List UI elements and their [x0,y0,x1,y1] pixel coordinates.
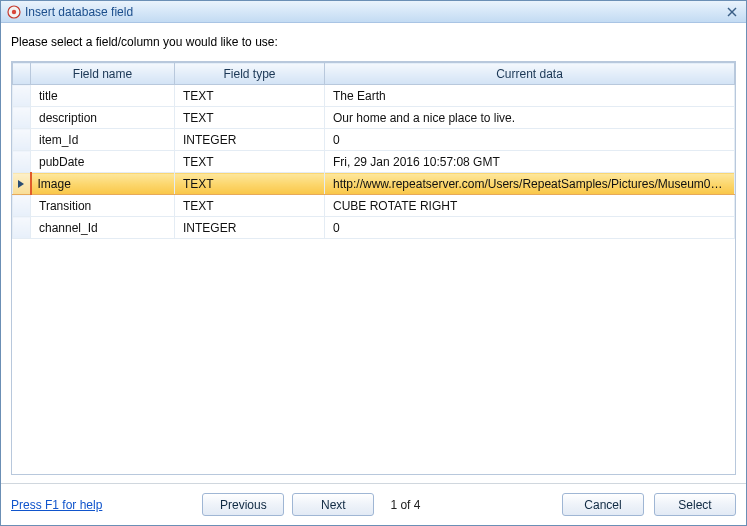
table-row[interactable]: item_IdINTEGER0 [13,129,735,151]
row-indicator [13,195,31,217]
cell-field-name: title [31,85,175,107]
window-title: Insert database field [25,5,722,19]
cell-field-name: item_Id [31,129,175,151]
table-row[interactable]: channel_IdINTEGER0 [13,217,735,239]
close-icon[interactable] [722,4,742,20]
row-indicator [13,107,31,129]
next-button[interactable]: Next [292,493,374,516]
row-indicator [13,129,31,151]
cancel-button[interactable]: Cancel [562,493,644,516]
fields-table-container: Field name Field type Current data title… [11,61,736,475]
table-row[interactable]: pubDateTEXTFri, 29 Jan 2016 10:57:08 GMT [13,151,735,173]
cell-field-name: Transition [31,195,175,217]
cell-field-type: TEXT [175,85,325,107]
table-body: titleTEXTThe EarthdescriptionTEXTOur hom… [13,85,735,239]
row-indicator [13,173,31,195]
cell-field-type: TEXT [175,195,325,217]
table-header-row: Field name Field type Current data [13,63,735,85]
cell-current-data: http://www.repeatserver.com/Users/Repeat… [325,173,735,195]
cell-current-data: Fri, 29 Jan 2016 10:57:08 GMT [325,151,735,173]
row-indicator [13,217,31,239]
cell-current-data: CUBE ROTATE RIGHT [325,195,735,217]
col-header-indicator[interactable] [13,63,31,85]
previous-button[interactable]: Previous [202,493,284,516]
cell-field-name: description [31,107,175,129]
svg-point-1 [12,9,16,13]
table-row[interactable]: titleTEXTThe Earth [13,85,735,107]
cell-field-name: Image [31,173,175,195]
row-indicator [13,151,31,173]
fields-table[interactable]: Field name Field type Current data title… [12,62,735,239]
row-indicator [13,85,31,107]
cell-field-type: TEXT [175,173,325,195]
svg-marker-4 [18,180,24,188]
col-header-type[interactable]: Field type [175,63,325,85]
cell-field-type: TEXT [175,107,325,129]
cell-current-data: 0 [325,217,735,239]
col-header-data[interactable]: Current data [325,63,735,85]
titlebar: Insert database field [1,1,746,23]
table-row[interactable]: TransitionTEXTCUBE ROTATE RIGHT [13,195,735,217]
select-button[interactable]: Select [654,493,736,516]
instruction-text: Please select a field/column you would l… [11,35,736,49]
cell-field-name: pubDate [31,151,175,173]
cell-current-data: Our home and a nice place to live. [325,107,735,129]
page-indicator: 1 of 4 [390,498,420,512]
app-icon [7,5,21,19]
dialog-window: Insert database field Please select a fi… [0,0,747,526]
cell-current-data: 0 [325,129,735,151]
arrow-right-icon [17,177,25,191]
col-header-name[interactable]: Field name [31,63,175,85]
help-link[interactable]: Press F1 for help [11,498,102,512]
cell-current-data: The Earth [325,85,735,107]
cell-field-type: INTEGER [175,217,325,239]
cell-field-type: TEXT [175,151,325,173]
cell-field-type: INTEGER [175,129,325,151]
dialog-footer: Press F1 for help Previous Next 1 of 4 C… [1,483,746,525]
cell-field-name: channel_Id [31,217,175,239]
dialog-content: Please select a field/column you would l… [1,23,746,475]
table-row[interactable]: ImageTEXThttp://www.repeatserver.com/Use… [13,173,735,195]
table-row[interactable]: descriptionTEXTOur home and a nice place… [13,107,735,129]
